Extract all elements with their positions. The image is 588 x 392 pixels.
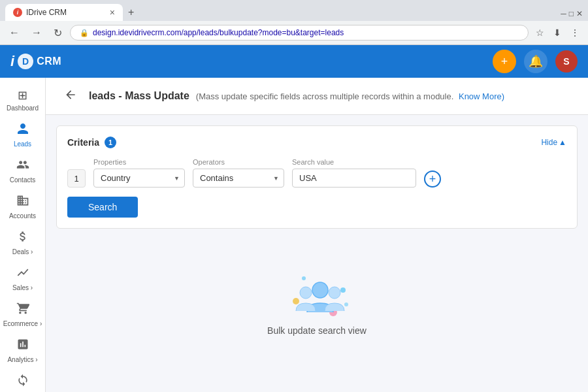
page-title: leads - Mass Update — [89, 90, 189, 102]
search-value-field: Search value — [292, 158, 416, 188]
page-header: leads - Mass Update (Mass update specifi… — [46, 78, 588, 115]
svg-point-8 — [300, 287, 312, 299]
empty-state-svg — [284, 265, 356, 324]
add-condition-button[interactable]: + — [424, 171, 441, 188]
ecommerce-icon — [16, 302, 29, 318]
empty-state: Bulk update search view — [46, 239, 588, 362]
back-button[interactable]: ← — [5, 25, 24, 40]
chevron-up-icon: ▲ — [559, 138, 566, 147]
logo-icon: i — [10, 53, 14, 70]
forward-button[interactable]: → — [27, 25, 46, 40]
deals-icon — [16, 230, 29, 246]
user-avatar[interactable]: S — [555, 50, 578, 73]
criteria-box: Criteria 1 Hide ▲ 1 Properties — [56, 125, 578, 229]
svg-point-5 — [302, 276, 306, 280]
new-tab-button[interactable]: + — [123, 4, 139, 21]
tab-title: IDrive CRM — [26, 8, 106, 17]
search-value-label: Search value — [292, 158, 416, 166]
accounts-icon — [16, 194, 29, 210]
sidebar-item-contacts[interactable]: Contacts — [0, 153, 45, 189]
criteria-title: Criteria 1 — [67, 137, 116, 148]
search-value-input[interactable] — [292, 169, 416, 188]
app-logo: i D CRM — [10, 53, 61, 70]
row-number: 1 — [67, 169, 86, 188]
sidebar-item-ecommerce[interactable]: Ecommerce › — [0, 297, 45, 333]
main-content: leads - Mass Update (Mass update specifi… — [46, 78, 588, 392]
address-bar[interactable]: 🔒 design.idevidrivecrm.com/app/leads/bul… — [70, 25, 529, 41]
operators-select-wrapper: Contains Equals Starts With Ends With Is… — [193, 169, 284, 188]
datamigration-icon — [16, 374, 29, 390]
sidebar-item-dashboard[interactable]: ⊞ Dashboard — [0, 83, 45, 117]
svg-point-3 — [340, 287, 346, 293]
sidebar-item-accounts[interactable]: Accounts — [0, 189, 45, 225]
page-subtitle: (Mass update specific fields across mult… — [196, 91, 504, 101]
operators-field: Operators Contains Equals Starts With En… — [193, 158, 284, 188]
nav-actions: ☆ ⬇ ⋮ — [532, 26, 583, 39]
criteria-header: Criteria 1 Hide ▲ — [67, 137, 566, 148]
svg-text:D: D — [22, 56, 29, 67]
bookmark-button[interactable]: ☆ — [532, 26, 547, 39]
add-button[interactable]: + — [493, 50, 516, 73]
empty-illustration — [284, 265, 350, 318]
nav-bar: ← → ↻ 🔒 design.idevidrivecrm.com/app/lea… — [0, 21, 588, 45]
notifications-button[interactable]: 🔔 — [524, 50, 547, 73]
content-area: Criteria 1 Hide ▲ 1 Properties — [46, 115, 588, 392]
dashboard-icon: ⊞ — [18, 88, 27, 103]
logo-drive-icon: D — [17, 53, 34, 70]
back-button[interactable] — [59, 86, 82, 106]
maximize-btn[interactable]: □ — [569, 9, 574, 18]
close-btn[interactable]: ✕ — [576, 9, 583, 18]
sidebar-item-leads[interactable]: Leads — [0, 117, 45, 153]
properties-field: Properties Country First Name Last Name … — [93, 158, 185, 188]
search-button-row: Search — [67, 197, 566, 218]
sidebar-item-deals[interactable]: Deals › — [0, 225, 45, 261]
criteria-count-badge: 1 — [105, 137, 116, 148]
reload-button[interactable]: ↻ — [50, 25, 66, 41]
logo-crm-text: CRM — [37, 56, 61, 67]
minimize-btn[interactable]: ─ — [561, 9, 566, 18]
svg-point-2 — [293, 298, 299, 304]
svg-point-9 — [329, 287, 340, 299]
operators-label: Operators — [193, 158, 284, 166]
leads-icon — [16, 122, 29, 139]
app-container: i D CRM + 🔔 S ⊞ Dashboard Leads — [0, 45, 588, 392]
properties-label: Properties — [93, 158, 185, 166]
search-button[interactable]: Search — [67, 197, 138, 218]
sidebar: ⊞ Dashboard Leads Contacts Accounts — [0, 78, 46, 392]
tab-close-button[interactable]: × — [110, 8, 115, 17]
plus-icon: + — [429, 172, 436, 186]
more-button[interactable]: ⋮ — [567, 26, 583, 39]
sales-icon — [16, 266, 29, 282]
tab-favicon: i — [13, 8, 22, 17]
contacts-icon — [16, 158, 29, 174]
download-button[interactable]: ⬇ — [550, 26, 564, 39]
sidebar-item-analytics[interactable]: Analytics › — [0, 333, 45, 368]
svg-point-6 — [344, 302, 348, 306]
active-tab[interactable]: i IDrive CRM × — [5, 4, 123, 21]
address-text: design.idevidrivecrm.com/app/leads/bulku… — [93, 28, 519, 37]
operators-select[interactable]: Contains Equals Starts With Ends With Is… — [193, 169, 284, 188]
know-more-link[interactable]: Know More) — [459, 91, 504, 101]
criteria-row: 1 Properties Country First Name Last Nam… — [67, 157, 566, 188]
app-body: ⊞ Dashboard Leads Contacts Accounts — [0, 78, 588, 392]
top-nav: i D CRM + 🔔 S — [0, 45, 588, 78]
lock-icon: 🔒 — [80, 29, 89, 37]
tab-bar: i IDrive CRM × + ─ □ ✕ — [0, 0, 588, 21]
browser-chrome: i IDrive CRM × + ─ □ ✕ ← → ↻ 🔒 design.id… — [0, 0, 588, 45]
properties-select-wrapper: Country First Name Last Name Email Phone… — [93, 169, 185, 188]
hide-button[interactable]: Hide ▲ — [541, 138, 566, 147]
analytics-icon — [16, 338, 29, 354]
sidebar-item-sales[interactable]: Sales › — [0, 261, 45, 297]
svg-point-7 — [312, 282, 328, 298]
empty-state-text: Bulk update search view — [267, 325, 367, 336]
sidebar-item-datamigration[interactable]: Data Migration — [0, 368, 45, 392]
properties-select[interactable]: Country First Name Last Name Email Phone… — [93, 169, 185, 188]
